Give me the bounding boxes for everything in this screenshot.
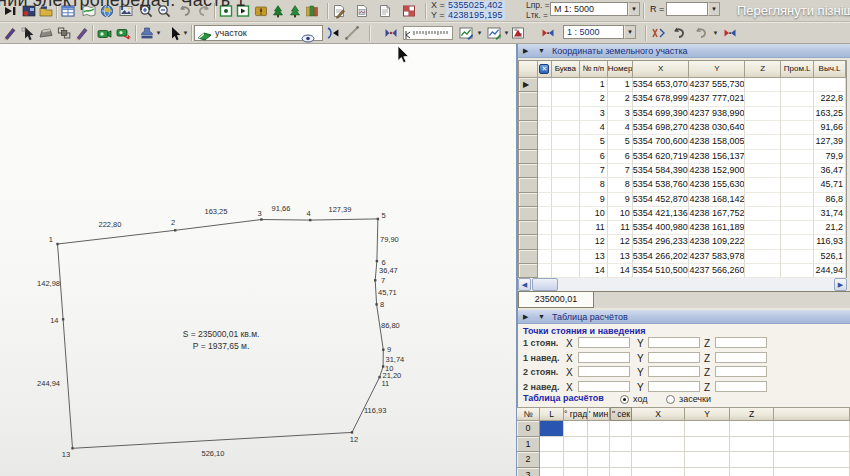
cell-x[interactable]: 5354 620,719 bbox=[633, 150, 690, 164]
link-nodes-icon[interactable] bbox=[325, 25, 342, 41]
cell-z[interactable] bbox=[745, 221, 781, 235]
calc-table-row[interactable]: 3 bbox=[517, 468, 850, 476]
parcel-vertex[interactable] bbox=[351, 431, 353, 433]
cell-vych-l[interactable]: 244,94 bbox=[814, 264, 846, 278]
cell-prom-l[interactable] bbox=[781, 193, 814, 207]
calc-collapse-icon[interactable]: ▼ bbox=[538, 313, 545, 321]
point-y-input[interactable] bbox=[648, 366, 700, 377]
row-indicator-cell[interactable] bbox=[519, 193, 538, 207]
calc-cell[interactable] bbox=[730, 421, 774, 437]
cell-letter[interactable] bbox=[552, 207, 580, 221]
row-indicator-cell[interactable] bbox=[519, 207, 538, 221]
table-row[interactable]: 335354 699,3904237 938,990163,25 bbox=[519, 107, 846, 121]
scale-combobox[interactable]: М 1: 5000 bbox=[550, 2, 628, 16]
table-row[interactable]: 10105354 421,1364238 167,75231,74 bbox=[519, 207, 846, 221]
coordinates-table[interactable]: ✕Буква№ п/пНомерXYZПром.LВыч.L▶115354 65… bbox=[518, 60, 847, 279]
cell-letter[interactable] bbox=[552, 164, 580, 178]
cell-prom-l[interactable] bbox=[781, 135, 814, 149]
parcel-vertex[interactable] bbox=[382, 349, 384, 351]
column-flag-icon[interactable]: ✕ bbox=[539, 64, 549, 74]
calc-row-header[interactable]: 1 bbox=[517, 437, 540, 453]
cell-vych-l[interactable]: 21,2 bbox=[814, 221, 846, 235]
column-header-2[interactable]: Буква bbox=[552, 61, 580, 78]
cell-y[interactable]: 4238 156,137 bbox=[689, 150, 745, 164]
calc-row-header[interactable]: 0 bbox=[517, 421, 540, 437]
cell-z[interactable] bbox=[745, 150, 781, 164]
cell-y[interactable]: 4238 152,900 bbox=[689, 164, 745, 178]
cell-number[interactable]: 7 bbox=[608, 164, 633, 178]
parcel-vertex[interactable] bbox=[378, 376, 380, 378]
transform-icon[interactable] bbox=[650, 25, 667, 41]
calc-cell[interactable] bbox=[774, 468, 850, 476]
parcel-vertex[interactable] bbox=[174, 229, 176, 231]
cell-number[interactable]: 11 bbox=[608, 221, 633, 235]
point-y-input[interactable] bbox=[648, 381, 700, 392]
calc-table[interactable]: №L° град' мин" секXYZ0123 bbox=[517, 407, 850, 476]
parcel-vertex[interactable] bbox=[382, 365, 384, 367]
cell-z[interactable] bbox=[745, 193, 781, 207]
cell-z[interactable] bbox=[745, 264, 781, 278]
survey-export-icon[interactable] bbox=[115, 25, 132, 41]
polygon-frame-icon[interactable] bbox=[38, 25, 55, 41]
cell-npp[interactable]: 13 bbox=[580, 250, 608, 264]
point-x-input[interactable] bbox=[578, 366, 630, 377]
panel-collapse-icon[interactable]: ▼ bbox=[538, 47, 545, 55]
calc-cell[interactable] bbox=[564, 421, 588, 437]
cell-vych-l[interactable] bbox=[814, 78, 846, 92]
cell-x[interactable]: 5354 700,600 bbox=[633, 135, 690, 149]
cell-prom-l[interactable] bbox=[781, 121, 814, 135]
cell-x[interactable]: 5354 510,500 bbox=[633, 264, 690, 278]
cell-letter[interactable] bbox=[552, 78, 580, 92]
calc-cell[interactable] bbox=[610, 437, 632, 453]
column-header-8[interactable]: Пром.L bbox=[781, 61, 814, 78]
layer-combobox[interactable]: участок bbox=[194, 25, 323, 41]
cell-prom-l[interactable] bbox=[781, 235, 814, 249]
cell-x[interactable]: 5354 678,999 bbox=[633, 92, 690, 106]
cell-number[interactable]: 12 bbox=[608, 235, 633, 249]
calc-column-header-2[interactable]: ° град bbox=[564, 407, 588, 421]
calc-cell[interactable] bbox=[540, 437, 564, 453]
cell-letter[interactable] bbox=[552, 250, 580, 264]
chart-green-icon[interactable] bbox=[458, 25, 475, 41]
parcel-vertex[interactable] bbox=[376, 260, 378, 262]
radius-combobox-arrow[interactable]: ▼ bbox=[708, 2, 720, 16]
cell-x[interactable]: 5354 653,070 bbox=[633, 78, 690, 92]
cell-npp[interactable]: 6 bbox=[580, 150, 608, 164]
calc-cell[interactable] bbox=[588, 452, 610, 468]
scroll-left-button[interactable]: ◀ bbox=[518, 278, 531, 291]
row-indicator-cell[interactable] bbox=[519, 135, 538, 149]
table-row[interactable]: 885354 538,7604238 155,63045,71 bbox=[519, 178, 846, 192]
cell-z[interactable] bbox=[745, 250, 781, 264]
alert-icon[interactable] bbox=[253, 3, 270, 19]
cell-number[interactable]: 6 bbox=[608, 150, 633, 164]
row-indicator-cell[interactable] bbox=[519, 150, 538, 164]
calc-cell[interactable] bbox=[632, 468, 685, 476]
row-indicator-cell[interactable] bbox=[519, 107, 538, 121]
cell-vych-l[interactable]: 222,8 bbox=[814, 92, 846, 106]
row-indicator-cell[interactable] bbox=[519, 121, 538, 135]
calc-cell[interactable] bbox=[540, 468, 564, 476]
table-row[interactable]: 995354 452,8704238 168,14286,8 bbox=[519, 193, 846, 207]
point-z-input[interactable] bbox=[715, 366, 767, 377]
table-row[interactable]: 775354 584,3904238 152,90036,47 bbox=[519, 164, 846, 178]
draw-point-icon[interactable] bbox=[2, 25, 19, 41]
cell-y[interactable]: 4238 155,630 bbox=[689, 178, 745, 192]
measure-ruler-widget[interactable] bbox=[403, 26, 453, 40]
cell-npp[interactable]: 1 bbox=[580, 78, 608, 92]
point-x-input[interactable] bbox=[578, 352, 630, 363]
calc-cell[interactable] bbox=[632, 452, 685, 468]
point-x-input[interactable] bbox=[578, 381, 630, 392]
row-indicator-cell[interactable] bbox=[519, 178, 538, 192]
watch-later-overlay[interactable]: Переглянути пізніше bbox=[737, 3, 850, 18]
cell-letter[interactable] bbox=[552, 150, 580, 164]
calc-column-header-4[interactable]: " сек bbox=[610, 407, 632, 421]
doc-edit-icon[interactable] bbox=[331, 3, 348, 19]
panel-expand-icon[interactable]: ▶ bbox=[523, 47, 528, 55]
parcel-vertex[interactable] bbox=[62, 318, 64, 320]
cell-number[interactable]: 3 bbox=[608, 107, 633, 121]
cell-npp[interactable]: 14 bbox=[580, 264, 608, 278]
cell-prom-l[interactable] bbox=[781, 178, 814, 192]
measure-line-icon[interactable] bbox=[344, 25, 361, 41]
calc-cell[interactable] bbox=[774, 421, 850, 437]
cell-npp[interactable]: 2 bbox=[580, 92, 608, 106]
